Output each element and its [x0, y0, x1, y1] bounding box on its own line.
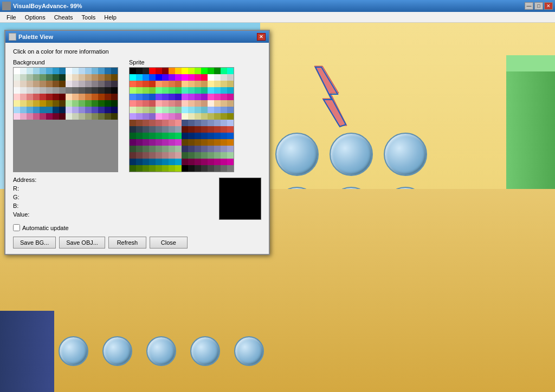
refresh-button[interactable]: Refresh	[108, 237, 146, 249]
bdot-2	[102, 336, 132, 366]
dialog-icon	[9, 33, 16, 41]
dialog-title-bar: Palette View ✕	[5, 31, 269, 43]
b-row: B:	[13, 202, 210, 209]
bdot-1	[59, 336, 88, 366]
r-row: R:	[13, 185, 210, 192]
info-labels: Address: R: G: B: Value:	[13, 177, 210, 220]
app-icon	[2, 2, 11, 10]
palette-row: Background Sprite	[13, 59, 261, 172]
sprite-palette-label: Sprite	[129, 59, 234, 66]
dialog-close-x-button[interactable]: ✕	[257, 33, 266, 41]
bg-palette-section: Background	[13, 59, 118, 172]
dot-2	[330, 133, 373, 176]
bdot-3	[146, 336, 176, 366]
menu-file[interactable]: File	[2, 13, 21, 22]
minimize-button[interactable]: —	[525, 2, 533, 10]
sprite-palette-grid[interactable]	[129, 67, 234, 172]
auto-update-checkbox[interactable]	[13, 224, 20, 231]
color-preview-box	[219, 178, 261, 220]
address-label: Address:	[13, 177, 36, 183]
save-bg-button[interactable]: Save BG...	[13, 237, 56, 249]
r-label: R:	[13, 185, 19, 192]
menu-help[interactable]: Help	[100, 13, 121, 22]
bg-palette-grid[interactable]	[13, 67, 118, 172]
bg-palette-label: Background	[13, 59, 118, 66]
app-title-bar: VisualBoyAdvance- 99% — □ ✕	[0, 0, 555, 12]
close-button[interactable]: Close	[150, 237, 188, 249]
bdot-5	[234, 336, 264, 366]
sprite-palette-section: Sprite	[129, 59, 234, 172]
app-title: VisualBoyAdvance- 99%	[13, 3, 82, 9]
palette-view-dialog: Palette View ✕ Click on a color for more…	[4, 30, 270, 255]
g-row: G:	[13, 194, 210, 200]
menu-cheats[interactable]: Cheats	[50, 13, 78, 22]
value-label: Value:	[13, 211, 29, 218]
dot-3	[384, 133, 427, 176]
b-label: B:	[13, 202, 18, 209]
save-obj-button[interactable]: Save OBJ...	[59, 237, 105, 249]
auto-update-label[interactable]: Automatic update	[22, 225, 69, 231]
address-row: Address:	[13, 177, 210, 183]
app-close-button[interactable]: ✕	[544, 2, 553, 10]
maximize-button[interactable]: □	[534, 2, 543, 10]
title-bar-buttons: — □ ✕	[525, 2, 553, 10]
dialog-title-text: Palette View	[18, 34, 53, 40]
button-row: Save BG... Save OBJ... Refresh Close	[13, 237, 261, 249]
menu-bar: File Options Cheats Tools Help	[0, 12, 555, 23]
menu-options[interactable]: Options	[21, 13, 50, 22]
auto-update-row: Automatic update	[13, 224, 261, 231]
menu-tools[interactable]: Tools	[78, 13, 100, 22]
title-left: VisualBoyAdvance- 99%	[2, 2, 82, 10]
dialog-title-left: Palette View	[9, 33, 53, 41]
value-row: Value:	[13, 211, 210, 218]
bdot-4	[190, 336, 220, 366]
g-label: G:	[13, 194, 20, 200]
dark-side-wall	[0, 311, 54, 392]
bottom-dot-row	[54, 332, 268, 370]
dialog-body: Click on a color for more information Ba…	[5, 43, 269, 254]
instruction-text: Click on a color for more information	[13, 48, 261, 55]
dot-1	[275, 133, 319, 176]
info-section: Address: R: G: B: Value:	[13, 177, 261, 220]
logo-svg	[304, 61, 358, 131]
